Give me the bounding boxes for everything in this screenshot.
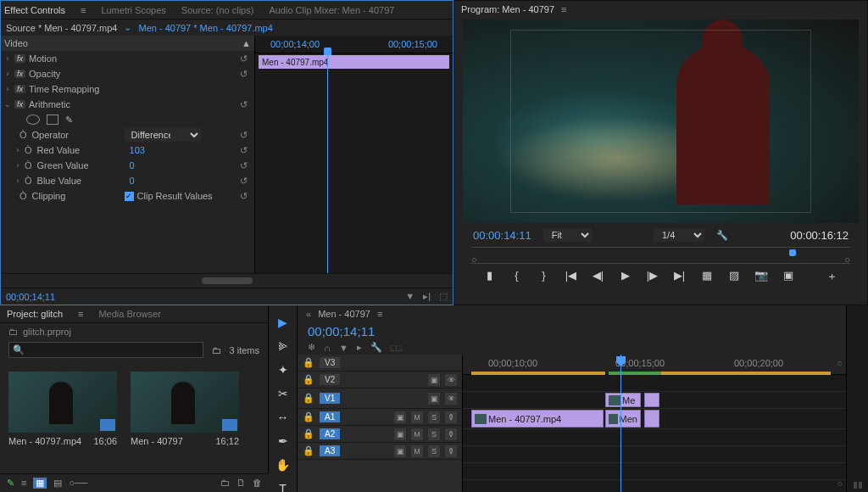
export-frame-btn[interactable]: 📷 — [753, 269, 770, 284]
video-section[interactable]: Video ▲ — [1, 36, 254, 51]
prop-red[interactable]: ›Ò Red Value 103 ↺ — [1, 143, 254, 158]
wrench-icon[interactable]: 🔧 — [716, 230, 728, 241]
sequence-link[interactable]: Men - 40797 * Men - 40797.mp4 — [138, 23, 272, 33]
tab-project[interactable]: Project: glitch — [7, 309, 63, 319]
stopwatch-icon[interactable]: Ò — [25, 145, 32, 155]
bin-icon[interactable]: 🗀 — [8, 327, 18, 337]
menu-icon[interactable]: ≡ — [81, 5, 86, 15]
sequence-settings-icon[interactable]: □□ — [391, 343, 402, 353]
timeline-timecode[interactable]: 00;00;14;11 — [308, 324, 375, 338]
timeline-playhead[interactable] — [620, 355, 621, 492]
track-v3[interactable]: 🔒V3 — [298, 355, 462, 372]
ec-scrollbar[interactable] — [202, 277, 253, 284]
list-view-icon[interactable]: ≡ — [21, 478, 26, 489]
marker-icon[interactable]: ▼ — [339, 343, 348, 353]
wrench-icon[interactable]: 🔧 — [370, 342, 382, 353]
arithmetic-masks[interactable]: ✎ — [1, 112, 254, 127]
type-tool[interactable]: T — [279, 482, 287, 492]
bin-item[interactable]: Men - 4079716;12 — [131, 372, 239, 446]
eye-icon[interactable]: 👁 — [445, 374, 457, 386]
track-a3[interactable]: 🔒A3▣MS🎙 — [298, 443, 462, 460]
reset-icon[interactable]: ↺ — [236, 145, 251, 156]
ec-timeline[interactable]: 00;00;14;00 00;00;15;00 Men - 40797.mp4 — [255, 36, 453, 273]
filter-icon[interactable]: ▼ — [405, 291, 415, 302]
play-btn[interactable]: ▶ — [617, 269, 634, 284]
prop-clipping[interactable]: Ò Clipping ✓ Clip Result Values ↺ — [1, 188, 254, 204]
tab-audio-mixer[interactable]: Audio Clip Mixer: Men - 40797 — [269, 5, 394, 15]
step-fwd-btn[interactable]: |▶ — [644, 269, 661, 284]
lift-btn[interactable]: ▦ — [698, 269, 715, 284]
track-a1[interactable]: 🔒A1▣MS🎙 — [298, 409, 462, 426]
reset-icon[interactable]: ↺ — [236, 99, 251, 110]
timeline-sequence-name[interactable]: Men - 40797 — [318, 309, 370, 319]
clip-v2b[interactable] — [644, 393, 659, 407]
icon-view-icon[interactable]: ▦ — [33, 478, 47, 489]
output-icon[interactable]: ▣ — [428, 393, 440, 405]
fit-dropdown[interactable]: Fit — [543, 228, 592, 242]
lane-v2[interactable]: Me — [463, 392, 846, 409]
track-v1[interactable]: 🔒V1▣👁 — [298, 389, 462, 409]
tl-scroll-bottom[interactable]: ○ — [837, 478, 843, 489]
add-button[interactable]: ＋ — [824, 269, 841, 284]
compare-btn[interactable]: ▣ — [780, 269, 797, 284]
reset-icon[interactable]: ↺ — [236, 69, 251, 80]
zoom-dropdown[interactable]: 1/4 — [654, 228, 704, 242]
red-value[interactable]: 103 — [130, 145, 232, 155]
linked-sel-icon[interactable]: ∩ — [324, 343, 331, 353]
menu-icon[interactable]: ≡ — [78, 309, 83, 319]
program-video-frame[interactable] — [463, 20, 859, 223]
pen-icon[interactable]: ✎ — [7, 478, 14, 489]
mark-in-btn[interactable]: ▮ — [481, 269, 498, 284]
tl-scroll-top[interactable]: ○ — [837, 358, 843, 368]
clip-v1-b[interactable]: Men — [605, 410, 641, 428]
lane-v3[interactable] — [463, 375, 846, 392]
go-in-btn[interactable]: |◀ — [563, 269, 580, 284]
trash-icon[interactable]: 🗑 — [253, 478, 262, 489]
search-input[interactable]: 🔍 — [8, 342, 203, 358]
prop-operator[interactable]: Ò Operator Difference ↺ — [1, 127, 254, 143]
filter-bin-icon[interactable]: 🗀 — [212, 345, 221, 355]
tab-lumetri[interactable]: Lumetri Scopes — [101, 5, 165, 15]
mask-pen-icon[interactable]: ✎ — [65, 115, 73, 126]
timeline-tracks[interactable]: 00;00;10;00 00;00;15;00 00;00;20;00 Me M… — [463, 355, 846, 492]
mute-btn[interactable]: M — [411, 411, 423, 423]
reset-icon[interactable]: ↺ — [236, 191, 251, 202]
stopwatch-icon[interactable]: Ò — [25, 160, 32, 171]
stopwatch-icon[interactable]: Ò — [19, 130, 27, 140]
program-current-time[interactable]: 00:00:14:11 — [473, 229, 531, 242]
effect-opacity[interactable]: ›fx Opacity ↺ — [1, 66, 254, 81]
program-ruler[interactable]: ○ ○ — [471, 247, 850, 264]
blue-value[interactable]: 0 — [130, 176, 232, 186]
timeline-ruler[interactable]: 00;00;10;00 00;00;15;00 00;00;20;00 — [463, 355, 846, 375]
solo-btn[interactable]: S — [428, 411, 440, 423]
reset-icon[interactable]: ↺ — [236, 176, 251, 187]
razor-tool[interactable]: ✂ — [278, 387, 288, 400]
track-v2[interactable]: 🔒V2▣👁 — [298, 372, 462, 389]
eye-icon[interactable]: 👁 — [445, 393, 457, 405]
lane-a3[interactable] — [463, 463, 846, 480]
ec-clip-bar[interactable]: Men - 40797.mp4 — [259, 55, 449, 69]
reset-icon[interactable]: ↺ — [236, 130, 251, 141]
menu-icon[interactable]: ≡ — [377, 309, 382, 319]
lane-v1[interactable]: Men - 40797.mp4 Men — [463, 409, 846, 429]
tab-effect-controls[interactable]: Effect Controls — [4, 5, 65, 15]
mark-out-open[interactable]: { — [509, 269, 526, 284]
voice-icon[interactable]: 🎙 — [445, 411, 457, 423]
track-select-tool[interactable]: ⫸ — [277, 339, 289, 353]
clipping-checkbox[interactable]: ✓ — [125, 192, 134, 201]
ec-ruler[interactable]: 00;00;14;00 00;00;15;00 — [255, 36, 453, 53]
snap-icon[interactable]: ❄ — [308, 342, 315, 353]
bin-item[interactable]: Men - 40797.mp416;06 — [8, 372, 117, 446]
effect-time-remapping[interactable]: ›fx Time Remapping — [1, 81, 254, 97]
selection-tool[interactable]: ▶ — [278, 316, 287, 329]
reset-icon[interactable]: ↺ — [236, 160, 251, 171]
mark-out-close[interactable]: } — [536, 269, 553, 284]
reset-icon[interactable]: ↺ — [236, 53, 251, 64]
output-icon[interactable]: ▣ — [428, 374, 440, 386]
lane-a1[interactable] — [463, 429, 846, 446]
freeform-icon[interactable]: ▤ — [53, 478, 62, 489]
hand-tool[interactable]: ✋ — [275, 458, 290, 472]
extract-btn[interactable]: ▨ — [726, 269, 743, 284]
tab-source[interactable]: Source: (no clips) — [181, 5, 254, 15]
clip-v1-c[interactable] — [644, 410, 659, 428]
